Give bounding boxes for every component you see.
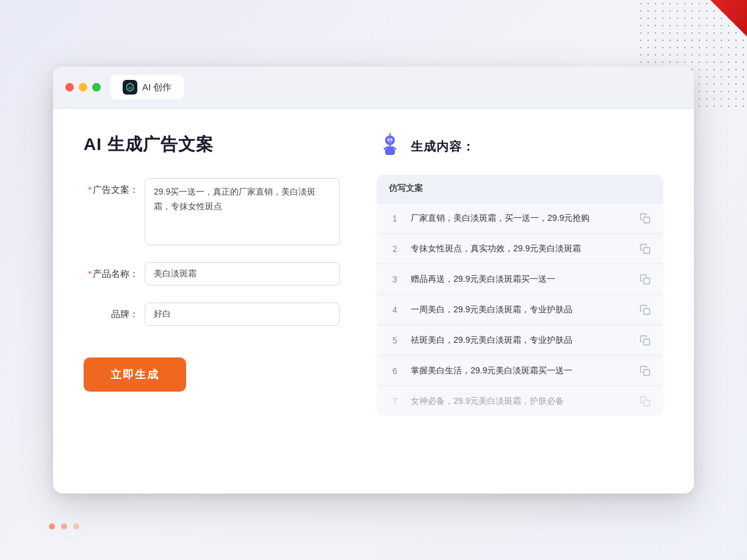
svg-rect-13 xyxy=(644,247,650,253)
svg-rect-12 xyxy=(644,217,650,223)
row-text: 厂家直销，美白淡斑霜，买一送一，29.9元抢购 xyxy=(411,212,629,224)
robot-icon xyxy=(377,133,403,160)
row-text: 赠品再送，29.9元美白淡斑霜买一送一 xyxy=(411,273,629,285)
svg-rect-16 xyxy=(644,339,650,345)
row-number: 2 xyxy=(389,244,401,254)
row-text: 专抹女性斑点，真实功效，29.9元美白淡斑霜 xyxy=(411,242,629,255)
row-number: 5 xyxy=(389,336,401,345)
result-header: 生成内容： xyxy=(377,133,663,160)
row-text: 女神必备，29.9元美白淡斑霜，护肤必备 xyxy=(411,395,629,407)
maximize-button[interactable] xyxy=(92,83,101,92)
table-row: 7 女神必备，29.9元美白淡斑霜，护肤必备 xyxy=(377,386,663,416)
right-panel: 生成内容： 仿写文案 1 厂家直销，美白淡斑霜，买一送一，29.9元抢购 2 专… xyxy=(377,133,663,462)
title-bar: AI AI 创作 xyxy=(53,66,694,109)
copy-icon[interactable] xyxy=(639,395,651,407)
table-row: 5 祛斑美白，29.9元美白淡斑霜，专业护肤品 xyxy=(377,325,663,356)
brand-label: 品牌： xyxy=(84,303,139,320)
close-button[interactable] xyxy=(65,83,74,92)
result-table: 仿写文案 1 厂家直销，美白淡斑霜，买一送一，29.9元抢购 2 专抹女性斑点，… xyxy=(377,174,663,416)
copy-icon[interactable] xyxy=(639,212,651,224)
tab-icon: AI xyxy=(123,80,137,95)
page-title: AI 生成广告文案 xyxy=(84,133,340,156)
result-title: 生成内容： xyxy=(411,138,475,155)
row-number: 7 xyxy=(389,397,401,406)
product-name-group: 产品名称： xyxy=(84,262,340,285)
ai-tab[interactable]: AI AI 创作 xyxy=(110,75,184,99)
main-content: AI 生成广告文案 广告文案： 产品名称： 品牌： 立即生成 xyxy=(53,109,694,487)
brand-group: 品牌： xyxy=(84,303,340,326)
ad-copy-group: 广告文案： xyxy=(84,178,340,245)
brand-input[interactable] xyxy=(145,303,340,326)
row-text: 祛斑美白，29.9元美白淡斑霜，专业护肤品 xyxy=(411,334,629,346)
window-controls xyxy=(65,83,101,92)
table-row: 1 厂家直销，美白淡斑霜，买一送一，29.9元抢购 xyxy=(377,203,663,234)
svg-rect-14 xyxy=(644,278,650,284)
ad-copy-input[interactable] xyxy=(145,178,340,245)
left-panel: AI 生成广告文案 广告文案： 产品名称： 品牌： 立即生成 xyxy=(84,133,340,462)
generate-button[interactable]: 立即生成 xyxy=(84,357,186,392)
row-number: 1 xyxy=(389,214,401,223)
svg-point-4 xyxy=(388,139,389,141)
minimize-button[interactable] xyxy=(79,83,87,92)
table-header: 仿写文案 xyxy=(377,174,663,203)
tab-label: AI 创作 xyxy=(142,82,171,93)
row-number: 4 xyxy=(389,305,401,315)
svg-rect-8 xyxy=(385,146,395,155)
product-name-input[interactable] xyxy=(145,262,340,285)
svg-rect-18 xyxy=(644,400,650,406)
table-row: 2 专抹女性斑点，真实功效，29.9元美白淡斑霜 xyxy=(377,234,663,264)
product-name-label: 产品名称： xyxy=(84,262,139,280)
browser-window: AI AI 创作 AI 生成广告文案 广告文案： 产品名称： 品牌： xyxy=(53,66,694,494)
svg-point-7 xyxy=(389,133,391,134)
copy-icon[interactable] xyxy=(639,334,651,346)
table-row: 4 一周美白，29.9元美白淡斑霜，专业护肤品 xyxy=(377,295,663,325)
table-row: 6 掌握美白生活，29.9元美白淡斑霜买一送一 xyxy=(377,356,663,386)
row-number: 6 xyxy=(389,366,401,376)
svg-rect-17 xyxy=(644,369,650,375)
copy-icon[interactable] xyxy=(639,304,651,316)
svg-text:AI: AI xyxy=(128,86,132,90)
copy-icon[interactable] xyxy=(639,243,651,255)
svg-point-11 xyxy=(394,148,397,151)
copy-icon[interactable] xyxy=(639,365,651,377)
copy-icon[interactable] xyxy=(639,273,651,285)
row-text: 掌握美白生活，29.9元美白淡斑霜买一送一 xyxy=(411,364,629,377)
row-number: 3 xyxy=(389,275,401,284)
svg-rect-9 xyxy=(389,145,391,147)
svg-rect-15 xyxy=(644,308,650,314)
ad-copy-label: 广告文案： xyxy=(84,178,139,196)
row-text: 一周美白，29.9元美白淡斑霜，专业护肤品 xyxy=(411,303,629,316)
table-row: 3 赠品再送，29.9元美白淡斑霜买一送一 xyxy=(377,264,663,295)
svg-point-10 xyxy=(384,148,387,151)
ai-hex-icon: AI xyxy=(125,82,135,92)
svg-point-5 xyxy=(391,139,392,141)
